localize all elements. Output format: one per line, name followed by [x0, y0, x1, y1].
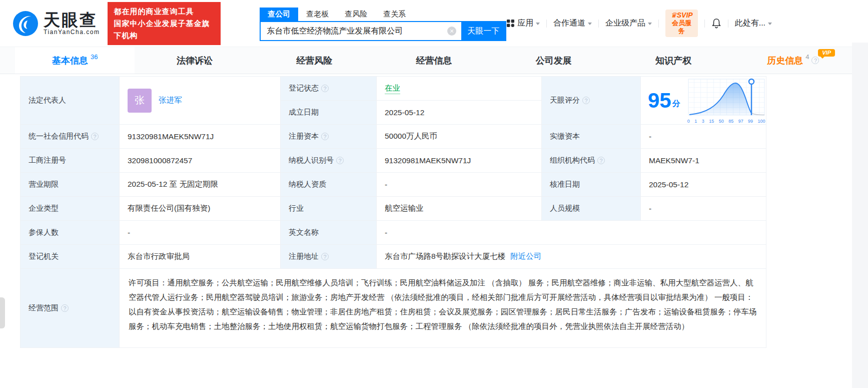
- help-icon[interactable]: [91, 133, 99, 140]
- search-tabs: 查公司 查老板 查风险 查关系: [260, 8, 506, 21]
- org-code-label: 组织机构代码: [541, 148, 640, 172]
- crown-icon: ♛: [670, 11, 677, 19]
- divider: [728, 20, 728, 28]
- tab-development-label: 公司发展: [536, 55, 572, 67]
- status-badge[interactable]: 在业: [385, 83, 400, 94]
- slogan-line2: 国家中小企业发展子基金旗下机构: [114, 18, 215, 42]
- svip-membership-button[interactable]: ♛SVIP 会员服务: [665, 10, 698, 37]
- reg-capital-label: 注册资本: [280, 124, 376, 148]
- help-icon[interactable]: [597, 157, 605, 164]
- tab-company-development[interactable]: 公司发展: [494, 47, 613, 74]
- tab-basic-info-label: 基本信息: [52, 55, 88, 67]
- help-icon[interactable]: [321, 85, 329, 92]
- notification-bell-icon[interactable]: [711, 18, 721, 29]
- tab-legal-proceedings[interactable]: 法律诉讼: [135, 47, 254, 74]
- taxpayer-id-label: 纳税人识别号: [280, 148, 376, 172]
- search-box: ✕ 天眼一下: [260, 21, 506, 41]
- reg-capital-value: 50000万人民币: [376, 124, 541, 148]
- divider: [598, 20, 599, 28]
- credit-code-label: 统一社会信用代码: [20, 124, 119, 148]
- registry-label: 登记机关: [20, 244, 119, 268]
- tab-risk-label: 经营风险: [296, 55, 332, 67]
- chevron-down-icon: [648, 23, 652, 25]
- divider: [546, 20, 547, 28]
- help-icon[interactable]: [321, 253, 329, 260]
- avatar[interactable]: 张: [128, 89, 152, 113]
- svip-label: SVIP: [677, 11, 693, 19]
- nav-partner[interactable]: 合作通道: [553, 18, 592, 29]
- insured-count-value: -: [119, 220, 280, 244]
- tab-history-label: 历史信息: [767, 55, 803, 67]
- taxpayer-quality-label: 纳税人资质: [280, 172, 376, 196]
- business-scope-label: 经营范围: [20, 268, 119, 347]
- org-code-value: MAEK5NW7-1: [640, 148, 766, 172]
- registry-value: 东台市行政审批局: [119, 244, 280, 268]
- nav-apps-label: 应用: [517, 18, 533, 29]
- help-icon[interactable]: [811, 57, 819, 64]
- svip-sub-label: 会员服务: [670, 19, 693, 35]
- help-icon[interactable]: [582, 97, 590, 104]
- tab-operating-risk[interactable]: 经营风险: [255, 47, 374, 74]
- company-type-label: 企业类型: [20, 196, 119, 220]
- staff-size-label: 人员规模: [541, 196, 640, 220]
- legal-rep-name-link[interactable]: 张进军: [159, 95, 182, 106]
- taxpayer-id-value: 91320981MAEK5NW71J: [376, 148, 541, 172]
- business-term-value: 2025-05-12 至 无固定期限: [119, 172, 280, 196]
- help-icon[interactable]: [321, 133, 329, 140]
- nav-enterprise-label: 企业级产品: [605, 18, 645, 29]
- nearby-companies-link[interactable]: 附近公司: [510, 251, 541, 262]
- brand-name: 天眼查: [44, 12, 100, 29]
- tab-operation-label: 经营信息: [416, 55, 452, 67]
- tab-history-info[interactable]: VIP 历史信息 4: [733, 47, 853, 74]
- paid-capital-label: 实缴资本: [541, 124, 640, 148]
- tab-basic-info-count: 36: [91, 53, 98, 61]
- tab-operating-info[interactable]: 经营信息: [374, 47, 494, 74]
- reg-number-label: 工商注册号: [20, 148, 119, 172]
- establish-date-label: 成立日期: [280, 100, 376, 124]
- help-icon[interactable]: [336, 157, 344, 164]
- score-distribution-chart: 0131550859799100: [687, 77, 765, 124]
- search-tab-risk[interactable]: 查风险: [337, 8, 375, 21]
- tianyancha-logo-icon: [13, 11, 39, 37]
- logo[interactable]: 天眼查 TianYanCha.com: [13, 11, 100, 37]
- chevron-down-icon: [768, 23, 772, 25]
- search-tab-relation[interactable]: 查关系: [375, 8, 414, 21]
- nav-enterprise[interactable]: 企业级产品: [605, 18, 652, 29]
- apps-grid-icon: [506, 19, 515, 28]
- brand-domain: TianYanCha.com: [44, 29, 100, 36]
- search-tab-company[interactable]: 查公司: [260, 8, 298, 21]
- nav-account[interactable]: 此处有...: [735, 18, 772, 29]
- taxpayer-quality-value: -: [376, 172, 541, 196]
- score-value-cell[interactable]: 95 分 01: [640, 76, 766, 124]
- industry-label: 行业: [280, 196, 376, 220]
- tab-legal-label: 法律诉讼: [177, 55, 213, 67]
- search-button[interactable]: 天眼一下: [461, 22, 505, 40]
- approval-date-value: 2025-05-12: [640, 172, 766, 196]
- header-nav: 应用 合作通道 企业级产品 ♛SVIP 会员服务 此处有...: [506, 10, 772, 37]
- staff-size-value: -: [640, 196, 766, 220]
- address-label: 注册地址: [280, 244, 376, 268]
- english-name-value: -: [376, 220, 766, 244]
- tab-intellectual-property[interactable]: 知识产权: [613, 47, 733, 74]
- help-icon[interactable]: [61, 304, 69, 312]
- approval-date-label: 核准日期: [541, 172, 640, 196]
- site-header: 天眼查 TianYanCha.com 都在用的商业查询工具 国家中小企业发展子基…: [0, 0, 868, 47]
- divider: [658, 20, 659, 28]
- address-value: 东台市广场路8号勘探设计大厦七楼 附近公司: [376, 244, 766, 268]
- reg-number-value: 320981000872457: [119, 148, 280, 172]
- english-name-label: 英文名称: [280, 220, 376, 244]
- search-tab-boss[interactable]: 查老板: [298, 8, 337, 21]
- side-scroll-thumb[interactable]: [0, 297, 5, 328]
- tab-basic-info[interactable]: 基本信息 36: [15, 47, 135, 74]
- score-unit: 分: [672, 99, 680, 109]
- business-term-label: 营业期限: [20, 172, 119, 196]
- vip-badge: VIP: [818, 49, 835, 57]
- business-scope-value: 许可项目：通用航空服务；公共航空运输；民用航空维修人员培训；飞行训练；民用航空油…: [119, 268, 766, 347]
- company-type-value: 有限责任公司(国有独资): [119, 196, 280, 220]
- tab-history-count: 4: [805, 53, 809, 61]
- nav-apps[interactable]: 应用: [506, 18, 540, 29]
- search-input[interactable]: [261, 22, 461, 40]
- page-right-gutter: [852, 43, 868, 388]
- chevron-down-icon: [588, 23, 592, 25]
- search-area: 查公司 查老板 查风险 查关系 ✕ 天眼一下: [260, 6, 506, 41]
